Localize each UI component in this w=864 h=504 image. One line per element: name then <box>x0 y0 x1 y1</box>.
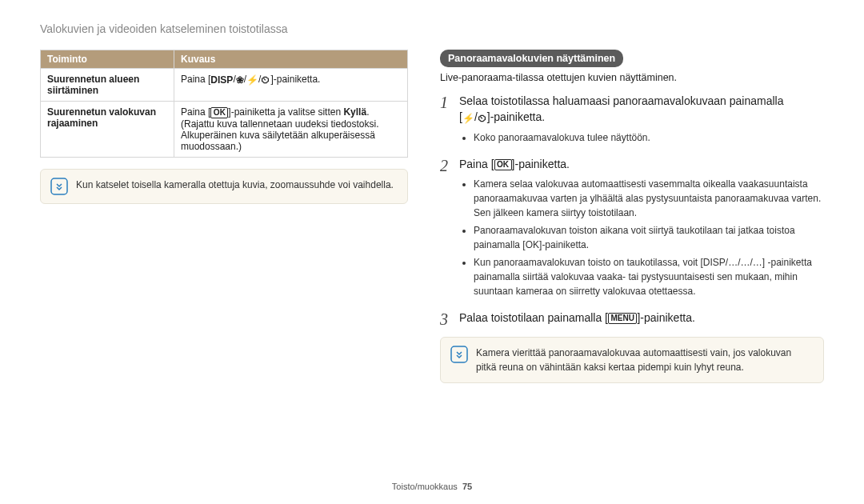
steps-list: Selaa toistotilassa haluamaasi panoraama… <box>440 93 824 326</box>
cell-toiminto-1: Suurennetun alueen siirtäminen <box>41 69 174 102</box>
cell-toiminto-2: Suurennetun valokuvan rajaaminen <box>41 102 174 158</box>
step-2-bullet: Panoraamavalokuvan toiston aikana voit s… <box>474 223 824 252</box>
table-row: Suurennetun alueen siirtäminen Paina [DI… <box>41 69 408 102</box>
note-box: Kun katselet toisella kameralla otettuja… <box>40 169 408 204</box>
table-row: Suurennetun valokuvan rajaaminen Paina [… <box>41 102 408 158</box>
note-text: Kun katselet toisella kameralla otettuja… <box>76 178 394 195</box>
step-2-bullet: Kun panoraamavalokuvan toisto on taukoti… <box>474 255 824 298</box>
flash-icon: ⚡ <box>246 75 258 85</box>
step-2-bullet: Kamera selaa valokuvaa automaattisesti v… <box>474 177 824 220</box>
cell-kuvaus-2: Paina [OK]-painiketta ja valitse sitten … <box>174 102 408 158</box>
info-icon <box>450 346 468 374</box>
ok-icon: OK <box>210 107 228 118</box>
menu-icon: MENU <box>608 313 637 324</box>
disp-icon: DISP <box>210 75 233 85</box>
note-box: Kamera vierittää panoraamavalokuvaa auto… <box>440 337 824 383</box>
step-1-bullet: Koko panoraamavalokuva tulee näyttöön. <box>474 130 824 145</box>
footer-label: Toisto/muokkaus <box>392 482 458 491</box>
function-table: Toiminto Kuvaus Suurennetun alueen siirt… <box>40 50 408 158</box>
step-2: Paina [OK]-painiketta. Kamera selaa valo… <box>440 156 824 298</box>
note-text: Kamera vierittää panoraamavalokuvaa auto… <box>476 346 814 374</box>
cell-kuvaus-1: Paina [DISP/❀/⚡/⏲]-painiketta. <box>174 69 408 102</box>
table-header-toiminto: Toiminto <box>41 50 174 69</box>
flower-icon: ❀ <box>236 75 244 85</box>
table-header-kuvaus: Kuvaus <box>174 50 408 69</box>
section-subtext: Live-panoraama-tilassa otettujen kuvien … <box>440 72 824 83</box>
flash-icon: ⚡ <box>462 114 474 123</box>
timer-icon: ⏲ <box>261 75 270 85</box>
ok-icon: OK <box>494 159 512 170</box>
section-heading: Panoraamavalokuvien näyttäminen <box>440 50 623 67</box>
step-1: Selaa toistotilassa haluamaasi panoraama… <box>440 93 824 145</box>
timer-icon: ⏲ <box>478 114 487 123</box>
step-3: Palaa toistotilaan painamalla [MENU]-pai… <box>440 310 824 326</box>
info-icon <box>50 178 68 195</box>
page-number: 75 <box>462 482 472 491</box>
page-title: Valokuvien ja videoiden katseleminen toi… <box>40 22 824 35</box>
page-footer: Toisto/muokkaus 75 <box>0 482 864 491</box>
